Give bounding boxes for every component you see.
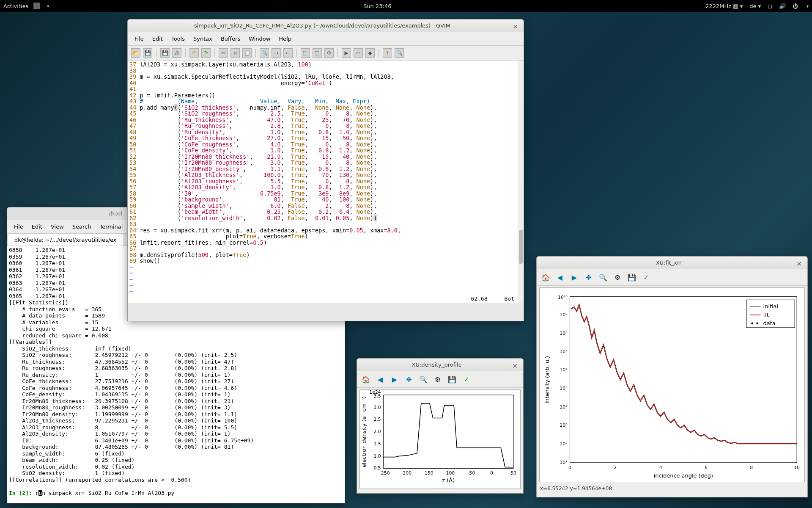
terminal-tab-active[interactable]: dk@helda: ~/.../devel/xrayutilities/ex: [7, 234, 124, 246]
cursor-coordinates: x=6.55242 y=1.94564e+08: [537, 484, 807, 493]
tags-icon[interactable]: ◆: [365, 48, 375, 58]
edit-icon[interactable]: ✓: [641, 272, 652, 283]
activities-button[interactable]: Activities: [3, 3, 28, 9]
gvim-title: simpack_xrr_SiO2_Ru_CoFe_IrMn_Al2O3.py (…: [132, 22, 513, 29]
svg-text:10³: 10³: [560, 422, 567, 428]
save-all-icon[interactable]: 💾: [160, 48, 170, 58]
save-icon[interactable]: 💾: [143, 48, 152, 58]
svg-text:electron density (e⁻ cm⁻³): electron density (e⁻ cm⁻³): [361, 396, 367, 467]
forward-icon[interactable]: ▶: [389, 374, 400, 385]
paste-icon[interactable]: 📋: [242, 48, 252, 58]
clock[interactable]: Sun 23:46: [363, 3, 391, 9]
home-icon[interactable]: 🏠: [360, 374, 371, 385]
menu-edit[interactable]: Edit: [149, 34, 166, 44]
plot-legend: initial fit data: [746, 300, 795, 328]
configure-icon[interactable]: ⚙: [432, 374, 443, 385]
menu-edit[interactable]: Edit: [28, 222, 46, 232]
gvim-menubar: File Edit Tools Syntax Buffers Window He…: [128, 32, 524, 46]
svg-text:10⁹: 10⁹: [560, 312, 567, 318]
density-plot[interactable]: 0.5 1.0 1.5 2.0 2.5 3.0 3.5 1e24 −250 −2…: [359, 389, 521, 489]
svg-text:50: 50: [510, 470, 516, 476]
save-icon[interactable]: 💾: [447, 374, 458, 385]
separator: [156, 49, 156, 57]
zoom-icon[interactable]: 🔍: [418, 374, 429, 385]
svg-text:10⁸: 10⁸: [560, 331, 567, 336]
zoom-icon[interactable]: 🔍: [598, 272, 609, 283]
ipython-prompt: In [2]:: [9, 490, 36, 496]
keyboard-layout-indicator[interactable]: de ▾: [749, 3, 761, 9]
separator: [337, 49, 338, 57]
menu-terminal[interactable]: Terminal: [96, 222, 126, 232]
close-icon[interactable]: ×: [796, 260, 803, 266]
pan-icon[interactable]: ✥: [583, 272, 594, 283]
find-icon[interactable]: 🔍: [260, 48, 269, 58]
fit-plot[interactable]: 10¹ 10² 10³ 10⁴ 10⁵ 10⁶ 10⁷ 10⁸ 10⁹ 10¹⁰…: [539, 287, 805, 482]
find-next-icon[interactable]: →: [272, 48, 281, 58]
svg-text:initial: initial: [763, 303, 779, 309]
svg-text:10⁴: 10⁴: [560, 404, 568, 410]
fit-titlebar[interactable]: XU:fit_xrr ×: [537, 257, 807, 269]
find-prev-icon[interactable]: ←: [283, 48, 293, 58]
make-icon[interactable]: ▶: [342, 48, 351, 58]
undo-icon[interactable]: ↶: [189, 48, 199, 58]
separator: [255, 49, 256, 57]
volume-icon[interactable]: 🔊: [779, 3, 786, 9]
svg-text:10: 10: [794, 465, 800, 470]
svg-text:8: 8: [750, 465, 753, 470]
copy-icon[interactable]: ⎘: [230, 48, 240, 58]
print-icon[interactable]: 🖨: [172, 48, 181, 58]
open-icon[interactable]: 📂: [131, 48, 140, 58]
menu-help[interactable]: Help: [275, 34, 295, 44]
help-icon[interactable]: ?: [383, 48, 392, 58]
session-load-icon[interactable]: ⬚: [301, 48, 310, 58]
svg-text:10⁵: 10⁵: [560, 386, 567, 391]
menu-syntax[interactable]: Syntax: [190, 34, 216, 44]
back-icon[interactable]: ◀: [554, 272, 565, 283]
svg-text:−200: −200: [399, 470, 411, 476]
gvim-titlebar[interactable]: simpack_xrr_SiO2_Ru_CoFe_IrMn_Al2O3.py (…: [128, 19, 524, 32]
edit-icon[interactable]: ✓: [461, 374, 472, 385]
svg-text:4: 4: [659, 465, 662, 470]
svg-text:incidence angle (deg): incidence angle (deg): [654, 472, 713, 479]
menu-search[interactable]: Search: [69, 222, 95, 232]
svg-text:data: data: [763, 320, 776, 326]
menu-window[interactable]: Window: [245, 34, 274, 44]
menu-tools[interactable]: Tools: [168, 34, 188, 44]
close-icon[interactable]: ×: [512, 362, 519, 368]
scrollbar-thumb[interactable]: [519, 230, 523, 264]
menu-file[interactable]: File: [131, 34, 147, 44]
pan-icon[interactable]: ✥: [403, 374, 414, 385]
cpu-freq-indicator[interactable]: 2222MHz ▦ ▾: [705, 3, 743, 9]
notifications-icon[interactable]: ◻: [768, 3, 772, 9]
forward-icon[interactable]: ▶: [569, 272, 580, 283]
menu-file[interactable]: File: [11, 222, 27, 232]
scroll-position: Bot: [505, 296, 514, 302]
cut-icon[interactable]: ✂: [219, 48, 228, 58]
code-editor[interactable]: 37 lAl2O3 = xu.simpack.Layer(xu.material…: [128, 61, 524, 303]
cpu-icon: ▦: [733, 3, 738, 9]
menu-view[interactable]: View: [47, 222, 67, 232]
separator: [379, 49, 379, 57]
svg-text:0: 0: [490, 470, 493, 476]
save-icon[interactable]: 💾: [626, 272, 637, 283]
power-icon[interactable]: ⏻: [793, 3, 798, 9]
redo-icon[interactable]: ↷: [201, 48, 211, 58]
session-save-icon[interactable]: ⬚: [313, 48, 322, 58]
menu-buffers[interactable]: Buffers: [217, 34, 244, 44]
cursor-position: 62,68: [471, 296, 487, 302]
find-help-icon[interactable]: 🔍: [395, 48, 404, 58]
gvim-toolbar: 📂 💾 💾 🖨 ↶ ↷ ✂ ⎘ 📋 🔍 → ← ⬚ ⬚ ⚙ ▶ ▭ ◆ ? 🔍: [128, 46, 524, 61]
run-script-icon[interactable]: ⚙: [324, 48, 334, 58]
configure-icon[interactable]: ⚙: [612, 272, 623, 283]
chevron-down-icon: ▾: [807, 4, 809, 8]
vertical-scrollbar[interactable]: [518, 61, 524, 303]
svg-text:Intensity (arb. u.): Intensity (arb. u.): [544, 356, 550, 403]
svg-text:10⁶: 10⁶: [560, 367, 568, 373]
home-icon[interactable]: 🏠: [540, 272, 551, 283]
back-icon[interactable]: ◀: [375, 374, 386, 385]
svg-text:0: 0: [568, 465, 571, 470]
app-menu-icon[interactable]: [33, 3, 40, 9]
close-icon[interactable]: ×: [513, 22, 519, 29]
shell-icon[interactable]: ▭: [354, 48, 363, 58]
density-titlebar[interactable]: XU:density_profile ×: [357, 359, 523, 371]
